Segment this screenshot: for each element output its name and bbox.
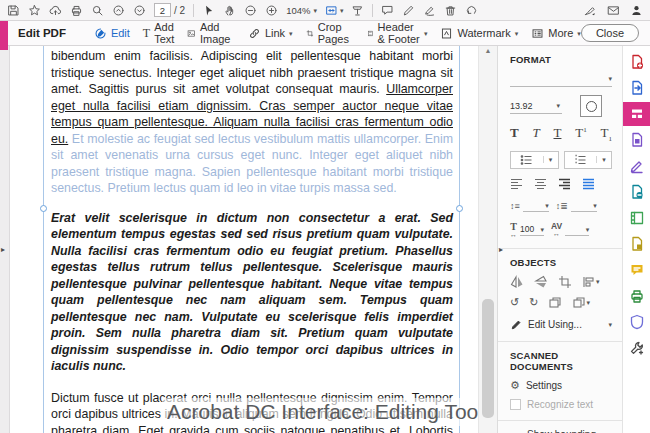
watermark-dropdown-button[interactable]: Watermark▾ bbox=[440, 27, 518, 40]
horizontal-scale-dropdown[interactable]: 100▾ bbox=[520, 224, 544, 236]
page-display-button[interactable] bbox=[351, 4, 364, 17]
scrollbar-thumb[interactable] bbox=[482, 299, 494, 418]
show-bounding-boxes-checkbox[interactable]: Show bounding boxes bbox=[510, 429, 612, 433]
paragraph-italic[interactable]: Erat velit scelerisque in dictum non con… bbox=[51, 210, 453, 375]
fit-width-button[interactable]: ▾ bbox=[325, 4, 344, 17]
align-left-button[interactable] bbox=[510, 178, 523, 190]
divider bbox=[193, 4, 194, 17]
bold-button[interactable]: T bbox=[510, 126, 519, 139]
selection-handle[interactable] bbox=[456, 205, 463, 212]
align-center-button[interactable] bbox=[534, 178, 547, 190]
link-dropdown-button[interactable]: Link▾ bbox=[248, 27, 293, 40]
header-footer-dropdown-button[interactable]: Header & Footer▾ bbox=[367, 21, 428, 45]
numbered-list-dropdown[interactable]: ▾ bbox=[564, 151, 613, 169]
pencil-annotation-button[interactable] bbox=[402, 4, 415, 17]
flip-horizontal-button[interactable] bbox=[510, 275, 524, 289]
superscript-button[interactable]: T1 bbox=[575, 126, 586, 139]
line-spacing-dropdown[interactable]: ▾ bbox=[523, 200, 549, 212]
page-indicator: 2 / 2 bbox=[154, 3, 185, 17]
align-right-button[interactable] bbox=[558, 178, 571, 190]
chevron-down-icon: ▾ bbox=[424, 30, 428, 37]
comment-icon[interactable] bbox=[628, 261, 646, 279]
combine-files-icon[interactable] bbox=[628, 183, 646, 201]
more-tools-icon[interactable] bbox=[628, 339, 646, 357]
align-objects-button[interactable] bbox=[582, 275, 596, 289]
share-cloud-button[interactable] bbox=[49, 4, 62, 17]
font-family-dropdown[interactable]: ▾ bbox=[510, 71, 612, 87]
restore-tool-button[interactable] bbox=[465, 4, 478, 17]
zoom-in-button[interactable] bbox=[265, 4, 278, 17]
nav-pane-expand-arrow[interactable]: ▸ bbox=[1, 245, 5, 254]
italic-button[interactable]: T bbox=[532, 126, 539, 139]
edit-pdf-icon-active[interactable] bbox=[623, 102, 650, 126]
subscript-button[interactable]: T1 bbox=[601, 126, 612, 143]
objects-title: OBJECTS bbox=[510, 257, 612, 268]
fill-and-sign-icon[interactable] bbox=[628, 157, 646, 175]
crop-pages-button[interactable]: Crop Pages bbox=[306, 21, 354, 45]
gear-icon: ⚙ bbox=[510, 379, 520, 392]
account-icon[interactable] bbox=[630, 4, 643, 17]
edit-using-button[interactable]: Edit Using... ▾ bbox=[510, 319, 612, 331]
text-bounding-box[interactable]: bibendum enim facilisis. Adipiscing elit… bbox=[43, 46, 460, 433]
add-text-button[interactable]: T Add Text bbox=[143, 21, 175, 45]
create-pdf-icon[interactable] bbox=[628, 53, 646, 71]
page-number-input[interactable]: 2 bbox=[154, 3, 171, 17]
character-spacing-icon: AV↔ bbox=[551, 222, 562, 237]
close-button[interactable]: Close bbox=[581, 24, 639, 42]
print-button[interactable] bbox=[70, 4, 83, 17]
selection-handle[interactable] bbox=[40, 205, 47, 212]
crop-object-button[interactable] bbox=[558, 275, 572, 289]
vertical-scrollbar[interactable]: ▲ bbox=[478, 46, 497, 433]
character-spacing-dropdown[interactable]: ▾ bbox=[565, 224, 589, 236]
save-button[interactable] bbox=[7, 4, 20, 17]
bullet-list-dropdown[interactable]: ▾ bbox=[510, 151, 559, 169]
search-icon[interactable] bbox=[91, 4, 104, 17]
justify-button[interactable] bbox=[582, 178, 595, 190]
organize-pages-icon[interactable] bbox=[628, 235, 646, 253]
edit-pdf-toolbar: Edit PDF Edit T Add Text Add Image Link▾ bbox=[0, 21, 650, 46]
chevron-down-icon: ▾ bbox=[543, 156, 558, 163]
rotate-left-button[interactable]: ↺ bbox=[510, 297, 519, 308]
scan-ocr-icon[interactable] bbox=[628, 209, 646, 227]
text-icon: T bbox=[143, 26, 150, 41]
paragraph[interactable]: bibendum enim facilisis. Adipiscing elit… bbox=[51, 46, 453, 197]
flip-vertical-button[interactable] bbox=[534, 275, 548, 289]
zoom-level-dropdown[interactable]: 104%▾ bbox=[286, 5, 317, 16]
tools-pane-strip bbox=[622, 46, 650, 433]
settings-button[interactable]: ⚙ Settings bbox=[510, 379, 612, 392]
star-button[interactable] bbox=[28, 4, 41, 17]
horizontal-scale-icon: T↔ bbox=[510, 222, 517, 238]
protect-icon[interactable] bbox=[628, 313, 646, 331]
quick-tools-toolbar: 2 / 2 104%▾ ▾ bbox=[0, 0, 650, 21]
arrange-objects-button[interactable] bbox=[572, 296, 586, 310]
zoom-out-button[interactable] bbox=[244, 4, 257, 17]
panel-collapse-arrow[interactable]: ▸ bbox=[499, 245, 503, 254]
fill-sign-pen-button[interactable] bbox=[584, 4, 597, 17]
scroll-up-arrow[interactable]: ▲ bbox=[479, 47, 497, 54]
rotate-right-button[interactable]: ↻ bbox=[529, 297, 538, 308]
font-color-button[interactable] bbox=[580, 95, 602, 117]
edit-mode-button[interactable]: Edit bbox=[94, 27, 130, 40]
export-pdf-icon[interactable] bbox=[628, 79, 646, 97]
convert-pdf-icon[interactable] bbox=[628, 131, 646, 149]
comment-tool-button[interactable] bbox=[381, 4, 394, 17]
select-tool-button[interactable] bbox=[202, 4, 215, 17]
print-production-icon[interactable] bbox=[628, 287, 646, 305]
more-dropdown-button[interactable]: More▾ bbox=[531, 27, 581, 40]
hand-tool-button[interactable] bbox=[223, 4, 236, 17]
divider bbox=[372, 4, 373, 17]
recognize-text-checkbox: Recognize text bbox=[510, 399, 612, 410]
paragraph-spacing-dropdown[interactable]: ▾ bbox=[571, 200, 597, 212]
chevron-down-icon: ▾ bbox=[608, 321, 612, 328]
sign-tool-button[interactable] bbox=[423, 4, 436, 17]
next-page-button[interactable] bbox=[133, 4, 146, 17]
delete-tool-button[interactable] bbox=[444, 4, 457, 17]
send-mail-button[interactable] bbox=[607, 4, 620, 17]
previous-page-button[interactable] bbox=[112, 4, 125, 17]
font-size-dropdown[interactable]: 13.92▾ bbox=[510, 99, 562, 114]
underline-button[interactable]: T bbox=[554, 126, 562, 139]
replace-image-button[interactable] bbox=[548, 296, 562, 310]
divider bbox=[498, 341, 622, 342]
document-canvas: bibendum enim facilisis. Adipiscing elit… bbox=[10, 46, 478, 433]
add-image-button[interactable]: Add Image bbox=[187, 21, 235, 45]
